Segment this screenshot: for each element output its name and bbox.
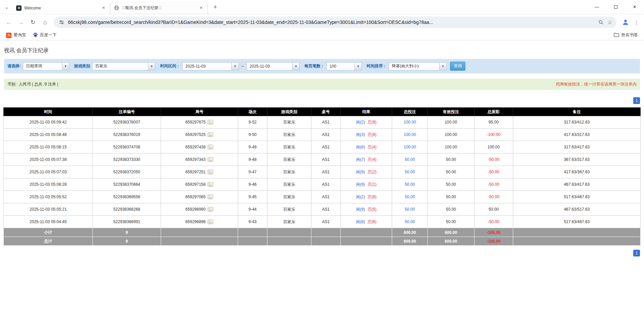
total-bet-link[interactable]: 50.00 (405, 195, 415, 199)
combo-arrow-icon[interactable]: ▼ (354, 63, 362, 70)
search-lens-icon[interactable] (597, 19, 605, 26)
total-bet-link[interactable]: 50.00 (405, 219, 415, 224)
combo-arrow-icon[interactable]: ▼ (439, 63, 446, 70)
cell-bet-id: 522938376019 (93, 129, 161, 141)
round-detail-icon[interactable] (207, 145, 213, 149)
total-count: 9 (93, 237, 161, 246)
forward-button[interactable]: → (15, 17, 26, 28)
total-bet-link[interactable]: 50.00 (405, 157, 415, 162)
cell-result: 闲(9) 庄(2) (340, 166, 392, 178)
page-1-button[interactable]: 1 (633, 250, 640, 256)
combo-arrow-icon[interactable]: ▼ (148, 63, 155, 70)
total-bet-link[interactable]: 50.00 (405, 207, 415, 212)
tab-search-button[interactable]: ⌄ (2, 2, 11, 12)
search-button[interactable]: 查询 (450, 62, 465, 71)
game-type-value: 百家乐 (92, 63, 148, 70)
total-bet-link[interactable]: 100.00 (404, 132, 416, 137)
cell-valid-bet: 50.00 (428, 203, 474, 216)
menu-icon[interactable]: ⋮ (633, 19, 641, 26)
profile-icon[interactable] (621, 18, 630, 27)
new-tab-button[interactable]: + (211, 2, 220, 12)
col-total-bet: 总投注 (392, 108, 428, 116)
round-detail-icon[interactable] (207, 157, 213, 162)
combo-arrow-icon[interactable]: ▼ (292, 63, 299, 70)
cell-session: 9-48 (238, 153, 267, 166)
close-tab-icon[interactable]: ✕ (198, 5, 204, 11)
cell-bet-id: 522938373330 (93, 153, 161, 166)
date-end-dropdown[interactable]: 2025-11-03 ▼ (247, 62, 300, 70)
minimize-button[interactable]: — (588, 0, 606, 14)
table-row: 2025-11-03 05:05:21 522938368268 6592969… (4, 203, 641, 216)
home-button[interactable]: ⌂ (40, 17, 50, 28)
cell-session: 9-45 (238, 191, 267, 203)
cell-table: AS1 (311, 191, 340, 203)
query-type-dropdown[interactable]: 日期查询 ▼ (23, 62, 69, 70)
round-id: 659297158 (185, 182, 205, 187)
url-text[interactable]: 66cxkj98.com/game/betrecord_search/kind3… (68, 20, 595, 25)
chevron-down-icon: ⌄ (5, 4, 9, 10)
total-bet-link[interactable]: 100.00 (404, 145, 416, 149)
cell-bet-id: 522938370864 (93, 178, 161, 191)
all-bookmarks-button[interactable]: 所有书签 (611, 31, 641, 39)
total-bet-link[interactable]: 100.00 (404, 120, 416, 125)
round-id: 659297065 (185, 195, 205, 199)
cell-time: 2025-11-03 05:07:38 (4, 153, 93, 166)
total-bet-link[interactable]: 50.00 (405, 182, 415, 187)
cell-bet-id: 522938372050 (93, 166, 161, 178)
cell-total-bet: 50.00 (392, 166, 428, 178)
site-info-icon[interactable] (58, 19, 65, 26)
cell-valid-bet: 50.00 (428, 216, 474, 228)
subtotal-total-bet: 600.00 (392, 228, 428, 237)
cell-result: 闲(7) 庄(4) (340, 153, 392, 166)
cell-bet-id: 522938366991 (93, 216, 161, 228)
cell-table: AS1 (311, 178, 340, 191)
round-detail-icon[interactable] (207, 195, 213, 199)
game-type-dropdown[interactable]: 百家乐 ▼ (92, 62, 155, 70)
browser-tab-welcome[interactable]: Welcome ✕ (13, 2, 110, 14)
summary-bar: 币别 : 人民币 | 总共 :9 注单 | 同局有效投注，统一计算在该局第一张注… (4, 79, 640, 90)
round-id: 659296896 (185, 219, 205, 224)
maximize-button[interactable] (606, 0, 625, 14)
col-bet-id: 注单编号 (93, 108, 161, 116)
round-detail-icon[interactable] (207, 182, 213, 187)
date-start-dropdown[interactable]: 2025-11-03 ▼ (182, 62, 239, 70)
total-bet-link[interactable]: 50.00 (405, 170, 415, 174)
round-detail-icon[interactable] (207, 120, 213, 125)
table-row: 2025-11-03 05:05:52 522938369556 6592970… (4, 191, 641, 203)
bookmark-star-icon[interactable]: ☆ (607, 19, 612, 26)
table-header-row: 时间 注单编号 局号 场次 游戏类别 桌号 结果 总投注 有效投注 总派彩 备注 (4, 108, 641, 116)
result-banker: 庄(1) (368, 182, 377, 187)
cell-game: 百家乐 (267, 216, 311, 228)
baidu-icon (33, 32, 38, 38)
page-1-button[interactable]: 1 (633, 97, 640, 104)
cell-table: AS1 (311, 216, 340, 228)
combo-arrow-icon[interactable]: ▼ (62, 63, 69, 70)
browser-tab-betrecord[interactable]: :::视讯 会员下注纪录::: ✕ (110, 2, 208, 14)
refresh-button[interactable]: ↻ (28, 17, 38, 28)
round-detail-icon[interactable] (207, 219, 213, 224)
cell-time: 2025-11-03 05:04:45 (4, 216, 93, 228)
url-bar[interactable]: 66cxkj98.com/game/betrecord_search/kind3… (54, 16, 616, 28)
round-detail-icon[interactable] (207, 207, 213, 212)
bookmark-taobao[interactable]: 淘 爱淘宝 (3, 31, 29, 39)
table-row: 2025-11-03 05:08:48 522938376019 6592975… (4, 129, 641, 141)
close-tab-icon[interactable]: ✕ (101, 5, 107, 11)
page-size-dropdown[interactable]: 100 ▼ (327, 62, 362, 70)
sort-dropdown[interactable]: 降幂(由大到小) ▼ (389, 62, 447, 70)
cell-session: 9-47 (238, 166, 267, 178)
cell-game: 百家乐 (267, 166, 311, 178)
cell-table: AS1 (311, 129, 340, 141)
cell-payout: -50.00 (474, 166, 513, 178)
bookmark-baidu[interactable]: 百度一下 (30, 31, 60, 39)
bookmark-label: 爱淘宝 (13, 32, 26, 38)
combo-arrow-icon[interactable]: ▼ (231, 63, 238, 70)
round-detail-icon[interactable] (207, 170, 213, 174)
cell-round: 659296990 (161, 203, 238, 216)
close-window-button[interactable]: ✕ (625, 0, 644, 14)
cell-game: 百家乐 (267, 141, 311, 153)
round-detail-icon[interactable] (207, 132, 213, 137)
back-button[interactable]: ← (3, 17, 14, 28)
sort-label: 时间排序： (367, 63, 387, 69)
cell-payout: -50.00 (474, 216, 513, 228)
globe-icon (114, 5, 119, 11)
